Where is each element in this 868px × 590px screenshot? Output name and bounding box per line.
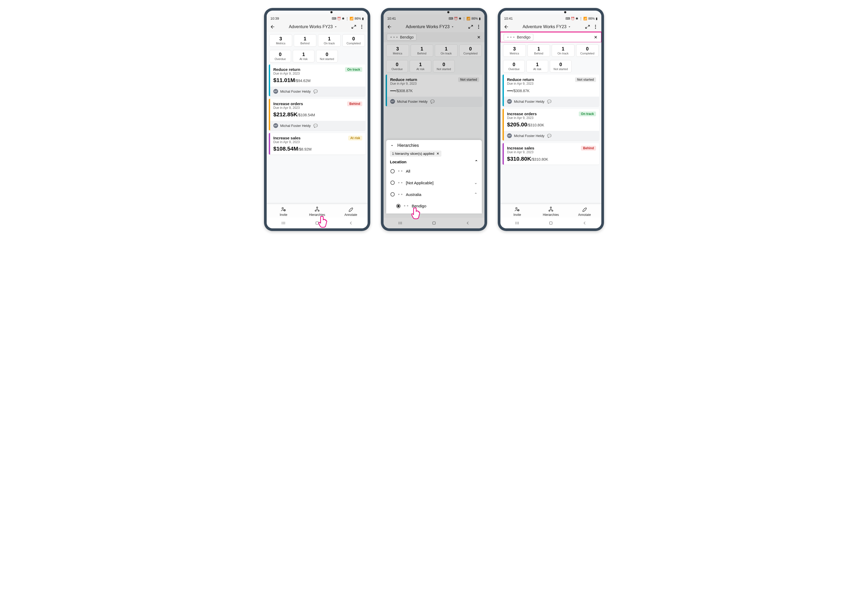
hierarchy-icon: ⚬⚬	[403, 204, 409, 208]
stat-behind[interactable]: 1Behind	[294, 34, 317, 47]
chevron-down-icon	[334, 25, 338, 29]
comment-icon[interactable]: 💬	[313, 123, 318, 128]
svg-point-15	[595, 28, 596, 29]
comment-icon[interactable]: 💬	[547, 133, 552, 138]
card-owner: MF Michal Foster Heldy 💬	[270, 87, 366, 96]
chevron-up-icon: ⌃	[475, 159, 478, 164]
hierarchies-panel: Hierarchies 1 hierarchy slicer(s) applie…	[386, 140, 482, 214]
page-title[interactable]: Adventure Works FY23	[278, 24, 348, 29]
svg-point-13	[595, 25, 596, 26]
hierarchies-icon	[548, 206, 554, 212]
recent-apps-icon[interactable]	[514, 220, 520, 227]
filter-bar: ⚬⚬⚬ Bendigo ✕	[500, 32, 601, 42]
annotate-button[interactable]: Annotate	[334, 206, 368, 217]
back-icon[interactable]	[270, 24, 275, 30]
chevron-down-icon	[390, 143, 394, 148]
card-title: Reduce return	[273, 67, 300, 72]
phone-frame-1: 10:39 ⌨ ⏰ ✱ ⋮ 📶 86% ▮ Adventure Works FY…	[264, 8, 370, 231]
stat-metrics[interactable]: 3Metrics	[269, 34, 292, 47]
hierarchy-option[interactable]: ⚬⚬Australia⌃	[390, 190, 478, 199]
invite-button[interactable]: Invite	[500, 206, 534, 217]
metric-card[interactable]: Reduce return Due in Apr 9, 2023 On trac…	[269, 65, 366, 96]
hierarchies-button[interactable]: Hierarchies	[534, 206, 568, 217]
metric-cards: Reduce return Due in Apr 9, 2023 Not sta…	[500, 75, 601, 204]
recent-apps-icon[interactable]	[281, 220, 286, 227]
stat-atrisk[interactable]: 1At risk	[293, 50, 314, 62]
metric-card[interactable]: Increase sales Due in Apr 9, 2023 At ris…	[269, 133, 366, 155]
card-value: $11.01M/$94.62M	[273, 77, 362, 83]
hierarchies-icon	[314, 206, 320, 212]
card-due: Due in Apr 9, 2023	[273, 72, 300, 75]
metric-card[interactable]: Increase sales Due in Apr 9, 2023 Behind…	[502, 143, 599, 165]
bottom-actions: Invite Hierarchies Annotate	[500, 204, 601, 218]
stat-ontrack[interactable]: 1On track	[318, 34, 341, 47]
phone-frame-3: 10:41 ⌨ ⏰ ✱ ⋮ 📶 86% ▮ Adventure Works FY…	[498, 8, 604, 231]
stat-overdue[interactable]: 0Overdue	[269, 50, 291, 62]
radio-icon	[390, 192, 395, 196]
metric-card[interactable]: Increase orders Due in Apr 9, 2023 Behin…	[269, 99, 366, 130]
expand-icon[interactable]	[585, 24, 590, 30]
chevron-down-icon	[568, 25, 571, 29]
svg-point-0	[361, 25, 362, 26]
page-title[interactable]: Adventure Works FY23	[512, 24, 582, 29]
avatar: MF	[273, 89, 278, 94]
status-bar: 10:39 ⌨ ⏰ ✱ ⋮ 📶 86% ▮	[267, 14, 368, 22]
more-icon[interactable]	[359, 24, 365, 30]
clock: 10:41	[504, 16, 513, 21]
group-header[interactable]: Location ⌃	[390, 159, 478, 164]
close-icon[interactable]: ✕	[436, 152, 439, 156]
screen-2: 10:41 ⌨ ⏰ ✱ ⋮ 📶 86% ▮ Adventure Works FY…	[384, 10, 484, 229]
svg-point-3	[282, 208, 283, 209]
svg-rect-21	[549, 222, 552, 224]
invite-icon	[280, 206, 286, 212]
stat-completed[interactable]: 0Completed	[342, 34, 365, 47]
metric-card[interactable]: Reduce return Due in Apr 9, 2023 Not sta…	[502, 75, 599, 106]
status-badge: At risk	[348, 136, 362, 140]
hierarchy-option[interactable]: ⚬⚬Bendigo	[390, 202, 478, 210]
clock: 10:39	[270, 16, 279, 21]
expand-icon[interactable]	[351, 24, 356, 30]
annotate-icon	[348, 206, 354, 212]
home-icon[interactable]	[548, 220, 554, 227]
comment-icon[interactable]: 💬	[313, 88, 318, 94]
back-icon[interactable]	[503, 24, 509, 30]
svg-point-14	[595, 26, 596, 27]
radio-icon	[390, 181, 395, 185]
bottom-actions: Invite Hierarchies Annotate	[267, 204, 368, 218]
status-badge: On track	[579, 112, 596, 116]
hierarchies-button[interactable]: Hierarchies	[300, 206, 334, 217]
hierarchy-icon: ⚬⚬	[397, 169, 403, 173]
status-icons: ⌨ ⏰ ✱ ⋮ 📶 86% ▮	[565, 17, 598, 21]
hierarchy-option[interactable]: ⚬⚬All	[390, 167, 478, 176]
svg-point-1	[361, 26, 362, 27]
comment-icon[interactable]: 💬	[547, 99, 552, 104]
back-nav-icon[interactable]	[582, 220, 587, 227]
invite-button[interactable]: Invite	[267, 206, 300, 217]
stat-notstarted[interactable]: 0Not started	[316, 50, 338, 62]
metric-card[interactable]: Increase orders Due in Apr 9, 2023 On tr…	[502, 109, 599, 140]
hierarchy-icon: ⚬⚬	[397, 193, 403, 196]
radio-icon	[396, 204, 400, 208]
chevron-down-icon: ⌄	[474, 180, 478, 185]
chevron-up-icon: ⌃	[474, 192, 478, 197]
hierarchy-option[interactable]: ⚬⚬[Not Applicable]⌄	[390, 178, 478, 187]
svg-point-16	[516, 208, 517, 209]
app-bar: Adventure Works FY23	[267, 22, 368, 32]
back-nav-icon[interactable]	[348, 220, 354, 227]
filter-chip[interactable]: ⚬⚬⚬ Bendigo	[503, 34, 533, 41]
android-navbar	[500, 218, 601, 229]
home-icon[interactable]	[314, 220, 320, 227]
slicer-applied-chip[interactable]: 1 hierarchy slicer(s) applied ✕	[390, 150, 441, 157]
close-icon[interactable]: ✕	[593, 34, 598, 40]
panel-header[interactable]: Hierarchies	[390, 143, 478, 148]
status-badge: Behind	[347, 102, 362, 106]
annotate-icon	[582, 206, 588, 212]
more-icon[interactable]	[593, 24, 598, 30]
status-badge: Not started	[575, 77, 596, 82]
annotate-button[interactable]: Annotate	[568, 206, 601, 217]
stat-tiles: 3Metrics 1Behind 1On track 0Completed 0O…	[267, 32, 368, 65]
svg-point-18	[550, 207, 552, 208]
status-badge: On track	[345, 67, 362, 72]
status-icons: ⌨ ⏰ ✱ ⋮ 📶 86% ▮	[332, 17, 364, 21]
radio-icon	[390, 169, 395, 173]
